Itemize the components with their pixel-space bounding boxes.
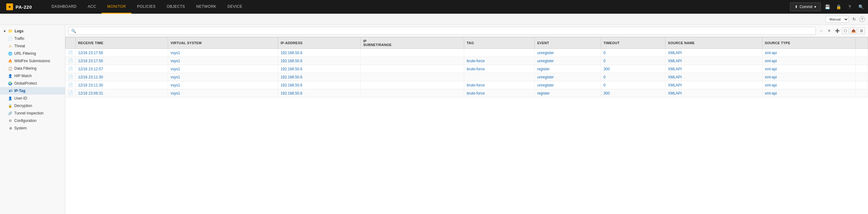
cell-tag[interactable]: brute-force <box>464 89 535 97</box>
cell-virtual-system[interactable]: vsys1 <box>168 89 278 97</box>
col-header-ip-address[interactable]: IP-ADDRESS <box>278 37 361 49</box>
sidebar-item-data-filtering[interactable]: 📋 Data Filtering <box>0 65 65 72</box>
row-detail-icon[interactable]: 📄 <box>68 50 73 55</box>
cell-timeout[interactable]: 0 <box>601 49 665 57</box>
cell-source-type[interactable]: xml-api <box>762 81 855 89</box>
col-header-virtual-system[interactable]: VIRTUAL SYSTEM <box>168 37 278 49</box>
row-icon-cell[interactable]: 📄 <box>66 81 76 89</box>
nav-device[interactable]: DEVICE <box>222 0 248 14</box>
cell-ip-subnet[interactable] <box>361 89 464 97</box>
search-input[interactable] <box>78 29 813 33</box>
cell-receive-time[interactable]: 12/16 23:11:30 <box>75 81 168 89</box>
cell-virtual-system[interactable]: vsys1 <box>168 57 278 65</box>
commit-button[interactable]: ⬆ Commit ▾ <box>790 2 821 11</box>
row-icon-cell[interactable]: 📄 <box>66 73 76 81</box>
refresh-button[interactable]: ↻ <box>850 16 858 23</box>
cell-receive-time[interactable]: 12/16 23:11:30 <box>75 73 168 81</box>
filter-options-button[interactable]: ⬡ <box>842 27 849 34</box>
nav-network[interactable]: NETWORK <box>191 0 222 14</box>
cell-virtual-system[interactable]: vsys1 <box>168 49 278 57</box>
sidebar-logs-header[interactable]: ▼ 📁 Logs <box>0 27 65 35</box>
sidebar-item-threat[interactable]: ⚠ Threat <box>0 42 65 50</box>
cell-timeout[interactable]: 300 <box>601 89 665 97</box>
row-icon-cell[interactable]: 📄 <box>66 49 76 57</box>
sidebar-item-globalprotect[interactable]: 🌍 GlobalProtect <box>0 80 65 87</box>
sidebar-item-wildfire[interactable]: 🔥 WildFire Submissions <box>0 57 65 65</box>
nav-acc[interactable]: ACC <box>82 0 102 14</box>
cell-virtual-system[interactable]: vsys1 <box>168 81 278 89</box>
cell-source-type[interactable]: xml-api <box>762 89 855 97</box>
cell-tag[interactable] <box>464 49 535 57</box>
row-detail-icon[interactable]: 📄 <box>68 75 73 79</box>
cell-source-name[interactable]: XMLAPI <box>665 65 762 73</box>
lock-icon-button[interactable]: 🔒 <box>834 2 843 11</box>
cell-ip-address[interactable]: 192.168.50.6 <box>278 73 361 81</box>
cell-timeout[interactable]: 0 <box>601 81 665 89</box>
cell-source-type[interactable]: xml-api <box>762 57 855 65</box>
columns-button[interactable]: ⊞ <box>858 27 865 34</box>
cell-event[interactable]: register <box>535 65 601 73</box>
save-config-button[interactable]: 💾 <box>823 2 832 11</box>
help-button[interactable]: ? <box>845 2 854 11</box>
nav-policies[interactable]: POLICIES <box>131 0 161 14</box>
cell-event[interactable]: unregister <box>535 81 601 89</box>
sidebar-item-user-id[interactable]: 👤 User-ID <box>0 95 65 102</box>
col-header-source-type[interactable]: SOURCE TYPE <box>762 37 855 49</box>
cell-ip-subnet[interactable] <box>361 81 464 89</box>
cell-source-type[interactable]: xml-api <box>762 49 855 57</box>
cell-tag[interactable]: brute-force <box>464 57 535 65</box>
row-icon-cell[interactable]: 📄 <box>66 89 76 97</box>
sidebar-item-ip-tag[interactable]: 🏷 IP-Tag <box>0 87 65 95</box>
nav-dashboard[interactable]: DASHBOARD <box>46 0 82 14</box>
cell-event[interactable]: unregister <box>535 49 601 57</box>
search-top-button[interactable]: 🔍 <box>856 2 866 11</box>
cell-ip-address[interactable]: 192.168.50.6 <box>278 65 361 73</box>
cell-source-name[interactable]: XMLAPI <box>665 49 762 57</box>
nav-monitor[interactable]: MONITOR <box>101 0 131 14</box>
cell-tag[interactable]: brute-force <box>464 65 535 73</box>
add-filter-button[interactable]: ➕ <box>834 27 841 34</box>
cell-virtual-system[interactable]: vsys1 <box>168 73 278 81</box>
row-detail-icon[interactable]: 📄 <box>68 83 73 87</box>
sidebar-item-url-filtering[interactable]: 🌐 URL Filtering <box>0 50 65 57</box>
cell-timeout[interactable]: 0 <box>601 57 665 65</box>
col-header-timeout[interactable]: TIMEOUT <box>601 37 665 49</box>
cell-tag[interactable]: brute-force <box>464 81 535 89</box>
manual-select[interactable]: Manual <box>826 16 849 23</box>
cell-tag[interactable] <box>464 73 535 81</box>
cell-timeout[interactable]: 0 <box>601 73 665 81</box>
cell-event[interactable]: unregister <box>535 57 601 65</box>
cell-ip-subnet[interactable] <box>361 49 464 57</box>
export-button[interactable]: 📤 <box>850 27 857 34</box>
cell-event[interactable]: unregister <box>535 73 601 81</box>
sidebar-item-traffic[interactable]: 📄 Traffic <box>0 35 65 42</box>
cell-ip-subnet[interactable] <box>361 57 464 65</box>
cell-ip-address[interactable]: 192.168.50.6 <box>278 81 361 89</box>
cell-event[interactable]: register <box>535 89 601 97</box>
cell-receive-time[interactable]: 12/16 23:06:31 <box>75 89 168 97</box>
cell-ip-subnet[interactable] <box>361 65 464 73</box>
cell-ip-subnet[interactable] <box>361 73 464 81</box>
col-header-ip-subnet[interactable]: IPSUBNET/RANGE <box>361 37 464 49</box>
col-header-tag[interactable]: TAG <box>464 37 535 49</box>
row-detail-icon[interactable]: 📄 <box>68 66 73 71</box>
cell-source-name[interactable]: XMLAPI <box>665 89 762 97</box>
cell-source-name[interactable]: XMLAPI <box>665 57 762 65</box>
sidebar-item-decryption[interactable]: 🔒 Decryption <box>0 102 65 109</box>
help-secondary-button[interactable]: ? <box>859 17 865 22</box>
search-submit-button[interactable]: → <box>818 27 825 34</box>
sidebar-item-system[interactable]: 🖥 System <box>0 125 65 132</box>
col-header-receive-time[interactable]: RECEIVE TIME <box>75 37 168 49</box>
cell-virtual-system[interactable]: vsys1 <box>168 65 278 73</box>
sidebar-item-configuration[interactable]: ⚙ Configuration <box>0 117 65 125</box>
cell-source-name[interactable]: XMLAPI <box>665 73 762 81</box>
col-header-source-name[interactable]: SOURCE NAME <box>665 37 762 49</box>
cell-receive-time[interactable]: 12/16 23:12:57 <box>75 65 168 73</box>
cell-source-type[interactable]: xml-api <box>762 65 855 73</box>
row-detail-icon[interactable]: 📄 <box>68 58 73 63</box>
cell-source-type[interactable]: xml-api <box>762 73 855 81</box>
cell-receive-time[interactable]: 12/16 23:17:56 <box>75 49 168 57</box>
cell-ip-address[interactable]: 192.168.50.6 <box>278 57 361 65</box>
row-icon-cell[interactable]: 📄 <box>66 65 76 73</box>
cell-receive-time[interactable]: 12/16 23:17:56 <box>75 57 168 65</box>
